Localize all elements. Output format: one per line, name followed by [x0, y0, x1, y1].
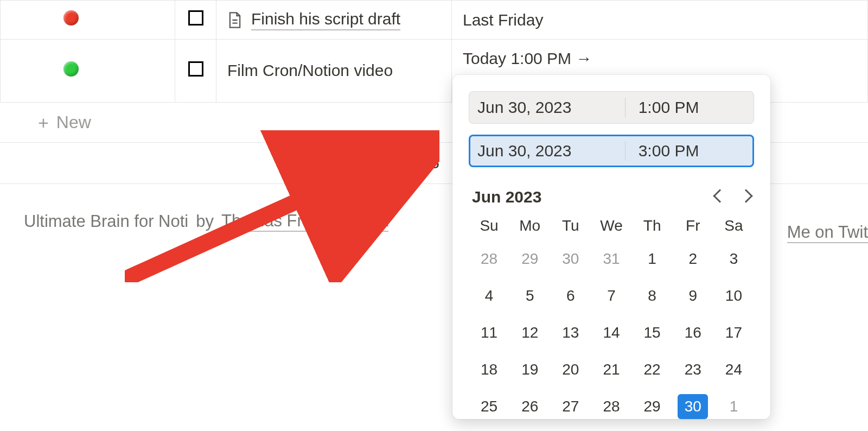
table-row[interactable]: Finish his script draft Last Friday [1, 1, 868, 40]
status-dot-red [63, 10, 79, 26]
prev-month-button[interactable] [715, 191, 725, 203]
start-time: 1:00 PM [639, 98, 745, 117]
calendar-day[interactable]: 9 [673, 283, 713, 308]
calendar-day[interactable]: 11 [469, 320, 509, 345]
date-picker-popover[interactable]: Jun 30, 2023 1:00 PM Jun 30, 2023 3:00 P… [452, 75, 770, 419]
date-text: Today 1:00 PM → [463, 49, 592, 67]
task-title: Finish his script draft [251, 10, 400, 30]
calendar-day[interactable]: 10 [713, 283, 754, 308]
plus-icon: + [38, 113, 49, 132]
calendar-dow: Su [469, 217, 509, 234]
end-datetime-field[interactable]: Jun 30, 2023 3:00 PM [469, 135, 754, 167]
count-value: 8 [430, 153, 439, 173]
chevron-right-icon [739, 189, 752, 202]
footer-tutorial-link[interactable]: Tut [365, 211, 388, 232]
calendar-day[interactable]: 8 [632, 283, 673, 308]
calendar-day[interactable]: 21 [591, 357, 631, 382]
footer-prefix: Ultimate Brain for Noti [24, 212, 188, 231]
checkbox-cell[interactable] [175, 1, 216, 40]
calendar-day[interactable]: 19 [509, 357, 550, 382]
calendar-dow: Th [632, 217, 673, 234]
calendar-header: Jun 2023 [469, 178, 754, 217]
calendar-day[interactable]: 17 [713, 320, 754, 345]
document-icon [227, 11, 242, 29]
checkbox-icon[interactable] [188, 10, 203, 26]
task-cell[interactable]: Finish his script draft [216, 1, 452, 40]
calendar-day[interactable]: 1 [632, 246, 673, 271]
date-text: Last Friday [463, 11, 543, 29]
count-label: T [413, 153, 423, 171]
calendar-day[interactable]: 22 [632, 357, 673, 382]
calendar-dow: Sa [713, 217, 754, 234]
end-time: 3:00 PM [639, 142, 745, 160]
calendar-day[interactable]: 6 [550, 283, 591, 308]
footer-by: by [196, 212, 214, 231]
calendar-day[interactable]: 31 [591, 246, 631, 271]
checkbox-icon[interactable] [188, 61, 203, 77]
calendar-dow: Tu [550, 217, 591, 234]
calendar-day[interactable]: 12 [509, 320, 550, 345]
task-title: Film Cron/Notion video [227, 61, 393, 81]
calendar-day[interactable]: 5 [509, 283, 550, 308]
calendar-day[interactable]: 4 [469, 283, 509, 308]
calendar-day[interactable]: 30 [550, 246, 591, 271]
footer-separator: | [345, 212, 349, 231]
end-date: Jun 30, 2023 [477, 142, 625, 160]
next-month-button[interactable] [741, 191, 751, 203]
calendar-month-label: Jun 2023 [472, 188, 541, 206]
calendar-day[interactable]: 1 [713, 394, 754, 419]
calendar-grid: SuMoTuWeThFrSa28293031123456789101112131… [469, 217, 754, 419]
calendar-day[interactable]: 13 [550, 320, 591, 345]
task-cell[interactable]: Film Cron/Notion video [216, 40, 452, 103]
calendar-day[interactable]: 30 [678, 394, 708, 419]
calendar-day[interactable]: 7 [591, 283, 631, 308]
calendar-day[interactable]: 18 [469, 357, 509, 382]
calendar-day[interactable]: 26 [509, 394, 550, 419]
calendar-day[interactable]: 23 [673, 357, 713, 382]
calendar-day[interactable]: 20 [550, 357, 591, 382]
calendar-day[interactable]: 14 [591, 320, 631, 345]
status-dot-cell[interactable] [1, 40, 175, 103]
calendar-day[interactable]: 2 [673, 246, 713, 271]
status-dot-green [63, 61, 79, 77]
field-divider [625, 98, 626, 117]
calendar-dow: Mo [509, 217, 550, 234]
calendar-day[interactable]: 25 [469, 394, 509, 419]
footer-author-link[interactable]: Thomas Frank [221, 211, 330, 232]
calendar-day[interactable]: 3 [713, 246, 754, 271]
calendar-dow: Fr [673, 217, 713, 234]
field-divider [625, 141, 626, 161]
calendar-dow: We [591, 217, 631, 234]
calendar-day[interactable]: 27 [550, 394, 591, 419]
status-dot-cell[interactable] [1, 1, 175, 40]
calendar-day[interactable]: 15 [632, 320, 673, 345]
calendar-day[interactable]: 28 [469, 246, 509, 271]
calendar-day[interactable]: 24 [713, 357, 754, 382]
calendar-day[interactable]: 28 [591, 394, 631, 419]
date-cell[interactable]: Last Friday [452, 1, 868, 40]
checkbox-cell[interactable] [175, 40, 216, 103]
chevron-left-icon [713, 189, 726, 202]
footer-twitter-link[interactable]: Me on Twit [787, 223, 868, 243]
calendar-day[interactable]: 29 [632, 394, 673, 419]
calendar-day[interactable]: 16 [673, 320, 713, 345]
new-row-label: New [56, 112, 91, 132]
start-date: Jun 30, 2023 [477, 98, 625, 117]
calendar-day[interactable]: 29 [509, 246, 550, 271]
start-datetime-field[interactable]: Jun 30, 2023 1:00 PM [469, 91, 754, 124]
